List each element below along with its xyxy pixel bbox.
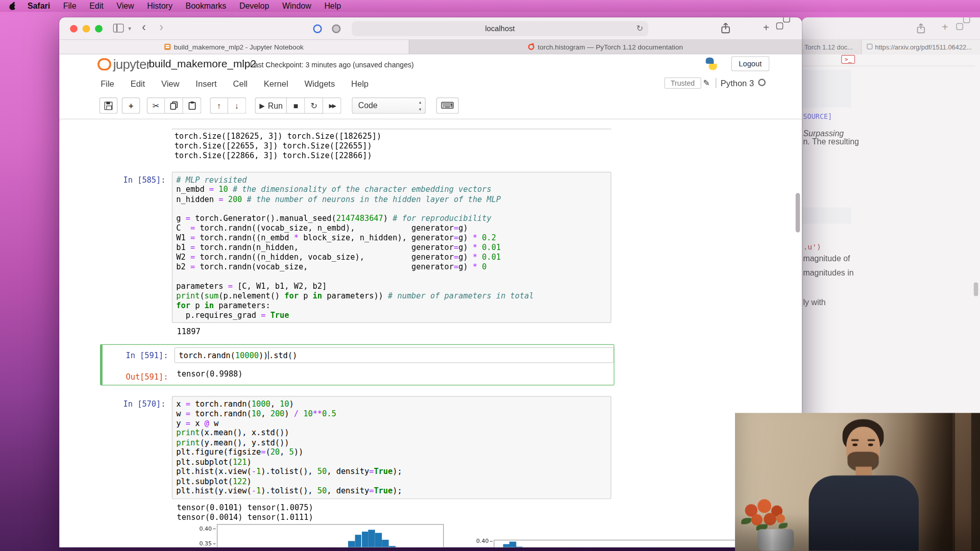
jupyter-menu-cell[interactable]: Cell <box>233 80 248 89</box>
code-line: plt.subplot(121) <box>176 457 607 467</box>
jupyter-brand-text: jupyter <box>113 57 151 71</box>
zoom-window-button[interactable] <box>95 25 103 33</box>
menubar-item-window[interactable]: Window <box>282 1 311 10</box>
cell-output: 11897 <box>175 327 802 336</box>
tab-title: torch.histogram — PyTorch 1.12 documenta… <box>537 43 683 51</box>
jupyter-toolbar: + ✂ ↑ ↓ ▶Run ■ ↻ ▶▶ Code ▴▾ ⌨ <box>59 94 802 119</box>
browser-tab-2[interactable]: torch.histogram — PyTorch 1.12 documenta… <box>409 40 802 54</box>
logout-button[interactable]: Logout <box>731 56 769 71</box>
address-bar[interactable]: localhost ↻ <box>352 21 648 36</box>
apple-logo-icon[interactable] <box>9 2 16 10</box>
code-input[interactable]: # MLP revisitedn_embd = 10 # the dimensi… <box>172 171 611 323</box>
restart-kernel-button[interactable]: ↻ <box>305 97 324 114</box>
code-line: w = torch.randn(10, 200) / 10**0.5 <box>176 409 607 418</box>
scrollbar-thumb[interactable] <box>796 193 800 232</box>
browser-tab-1[interactable]: build_makemore_mlp2 - Jupyter Notebook <box>59 40 409 54</box>
close-window-button[interactable] <box>70 25 78 33</box>
webcam-overlay <box>735 413 980 551</box>
menubar-item-safari[interactable]: Safari <box>28 1 50 10</box>
left-subplot <box>217 524 444 547</box>
notebook-cell: torch.Size([182625, 3]) torch.Size([1826… <box>59 125 802 160</box>
share-icon[interactable] <box>721 22 731 36</box>
select-stepper-icon: ▴▾ <box>419 98 421 112</box>
code-line: torch.randn(10000)).std() <box>179 350 609 360</box>
new-tab-icon[interactable]: + <box>942 21 948 34</box>
menubar-item-file[interactable]: File <box>63 1 77 10</box>
bg-tab-arxiv-pdf[interactable]: https://arxiv.org/pdf/1511.06422... <box>862 40 980 54</box>
text-fragment: n. The resulting <box>803 137 859 146</box>
share-icon[interactable] <box>916 23 925 35</box>
jupyter-menu-widgets[interactable]: Widgets <box>304 80 335 89</box>
menubar-item-help[interactable]: Help <box>324 1 341 10</box>
histogram-bar <box>389 546 396 547</box>
code-line <box>176 271 607 281</box>
trusted-button[interactable]: Trusted <box>665 78 701 89</box>
divider <box>802 66 975 66</box>
text-fragment: magnitudes in <box>803 268 853 277</box>
code-line: plt.subplot(122) <box>176 477 607 486</box>
source-link[interactable]: SOURCE] <box>803 112 832 120</box>
paste-cell-button[interactable] <box>183 97 202 114</box>
move-cell-down-button[interactable]: ↓ <box>228 97 247 114</box>
menubar-item-history[interactable]: History <box>147 1 173 10</box>
checkpoint-status: Last Checkpoint: 3 minutes ago (unsaved … <box>250 61 414 69</box>
input-prompt: In [585]: <box>59 174 165 184</box>
jupyter-menu-help[interactable]: Help <box>351 80 369 89</box>
menubar-item-develop[interactable]: Develop <box>239 1 269 10</box>
back-button[interactable]: ‹ <box>142 20 146 34</box>
menubar-item-edit[interactable]: Edit <box>89 1 103 10</box>
sidebar-toggle-icon[interactable] <box>113 24 124 33</box>
notebook-title[interactable]: build_makemore_mlp2 <box>149 58 256 70</box>
add-cell-button[interactable]: + <box>122 97 140 114</box>
right-subplot <box>494 540 739 547</box>
bg-tab-pytorch-docs[interactable]: Torch 1.12 doc... <box>802 40 862 54</box>
terminal-badge-icon: >_ <box>841 55 855 64</box>
vignette <box>735 413 980 551</box>
code-fragment: .u') <box>803 242 821 251</box>
output-prompt: Out[591]: <box>103 372 168 382</box>
command-palette-button[interactable]: ⌨ <box>436 97 459 114</box>
cell-type-select[interactable]: Code ▴▾ <box>352 97 425 114</box>
code-line: p.requires_grad = True <box>176 310 607 320</box>
cut-cell-button[interactable]: ✂ <box>147 97 165 114</box>
menubar-item-view[interactable]: View <box>116 1 134 10</box>
save-button[interactable] <box>100 97 118 114</box>
pytorch-icon <box>528 44 534 50</box>
chevron-down-icon[interactable]: ▾ <box>128 25 131 32</box>
extension-icon[interactable] <box>332 24 340 33</box>
jupyter-menu-kernel[interactable]: Kernel <box>264 80 288 89</box>
input-prompt: In [591]: <box>103 350 168 360</box>
interrupt-kernel-button[interactable]: ■ <box>287 97 305 114</box>
code-line: b1 = torch.randn(n_hidden, generator=g) … <box>176 242 607 252</box>
minimize-window-button[interactable] <box>83 25 90 33</box>
notebook-cell: In [570]:x = torch.randn(1000, 10)w = to… <box>59 396 802 522</box>
y-tick-label: 0.35 <box>198 540 212 546</box>
code-line: g = torch.Generator().manual_seed(214748… <box>176 213 607 223</box>
jupyter-menu-view[interactable]: View <box>161 80 180 89</box>
code-input[interactable]: x = torch.randn(1000, 10)w = torch.randn… <box>172 396 611 499</box>
menubar-item-bookmarks[interactable]: Bookmarks <box>186 1 227 10</box>
jupyter-logo[interactable]: jupyter <box>95 57 150 71</box>
jupyter-menu-file[interactable]: File <box>101 80 114 89</box>
move-cell-up-button[interactable]: ↑ <box>210 97 228 114</box>
divider <box>716 78 716 88</box>
code-input[interactable]: torch.randn(10000)).std() <box>175 347 614 363</box>
jupyter-menu-insert[interactable]: Insert <box>195 80 216 89</box>
new-tab-icon[interactable]: + <box>763 22 769 34</box>
copy-cell-button[interactable] <box>165 97 183 114</box>
output-value: tensor(0.9988) <box>175 369 614 379</box>
restart-run-all-button[interactable]: ▶▶ <box>323 97 341 114</box>
code-line: plt.figure(figsize=(20, 5)) <box>176 447 607 457</box>
code-line: parameters = [C, W1, b1, W2, b2] <box>176 281 607 291</box>
forward-button[interactable]: › <box>159 20 163 34</box>
scrollbar-thumb[interactable] <box>974 282 978 296</box>
jupyter-menu-edit[interactable]: Edit <box>131 80 145 89</box>
histogram-bar <box>355 535 361 547</box>
run-cell-button[interactable]: ▶Run <box>255 97 287 114</box>
reload-icon[interactable]: ↻ <box>636 21 643 36</box>
desktop: SafariFileEditViewHistoryBookmarksDevelo… <box>0 0 980 551</box>
text-fragment: magnitude of <box>803 254 850 263</box>
extension-icon[interactable] <box>313 24 322 33</box>
histogram-bar <box>348 541 355 547</box>
code-line: b2 = torch.randn(vocab_size, generator=g… <box>176 262 607 271</box>
